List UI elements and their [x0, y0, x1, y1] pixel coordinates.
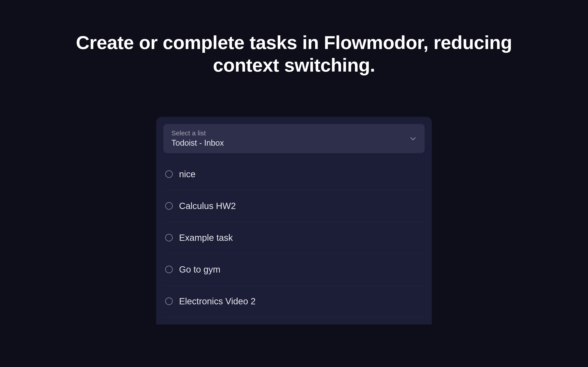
chevron-down-icon: [409, 135, 416, 142]
task-label: Calculus HW2: [179, 201, 236, 211]
task-checkbox[interactable]: [165, 170, 173, 178]
task-label: nice: [179, 169, 195, 179]
list-selector-label: Select a list: [172, 129, 224, 137]
task-checkbox[interactable]: [165, 266, 173, 273]
task-label: Electronics Video 2: [179, 296, 256, 306]
task-item[interactable]: Go to gym: [163, 254, 425, 285]
task-item[interactable]: Calculus HW2: [163, 190, 425, 222]
list-selector-text: Select a list Todoist - Inbox: [172, 129, 224, 148]
list-selector[interactable]: Select a list Todoist - Inbox: [163, 124, 425, 153]
task-checkbox[interactable]: [165, 202, 173, 210]
task-panel: Select a list Todoist - Inbox nice Calcu…: [156, 117, 432, 325]
task-checkbox[interactable]: [165, 297, 173, 305]
task-list: nice Calculus HW2 Example task Go to gym…: [163, 158, 425, 317]
list-selector-value: Todoist - Inbox: [172, 138, 224, 148]
task-label: Go to gym: [179, 265, 221, 275]
task-item[interactable]: nice: [163, 158, 425, 190]
page-heading: Create or complete tasks in Flowmodor, r…: [70, 31, 518, 76]
task-label: Example task: [179, 233, 233, 243]
task-item[interactable]: Electronics Video 2: [163, 285, 425, 317]
task-item[interactable]: Example task: [163, 222, 425, 254]
task-checkbox[interactable]: [165, 234, 173, 242]
